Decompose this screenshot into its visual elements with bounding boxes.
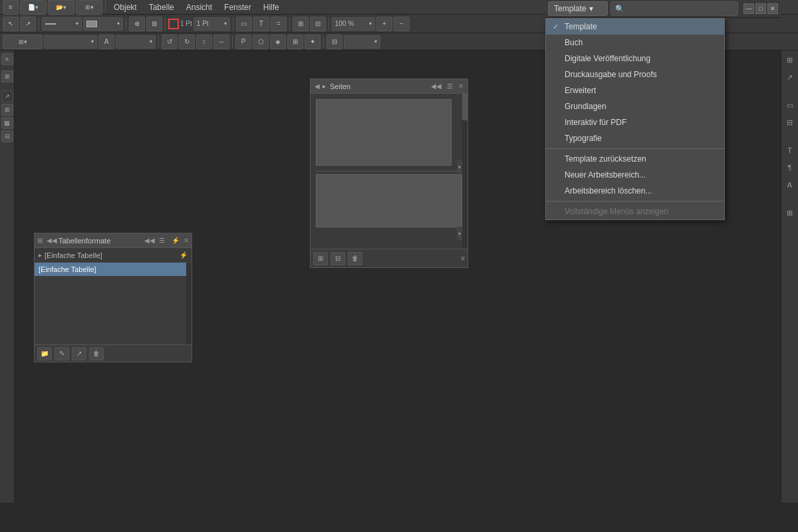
maximize-btn[interactable]: □ <box>755 3 766 14</box>
scroll-arrow-down-2[interactable]: ▾ <box>457 227 462 240</box>
stroke-size-dropdown[interactable]: 1 Pt ▾ <box>194 17 230 31</box>
path-btn-2[interactable]: ⬡ <box>253 35 269 49</box>
panel-seiten-menu[interactable]: ☰ <box>447 82 453 90</box>
path-btn-1[interactable]: P <box>235 35 251 49</box>
dropdown-item-digital[interactable]: Digitale Veröffentlichung <box>546 51 724 66</box>
layout-btn[interactable]: ⊞▾ <box>76 0 102 15</box>
dropdown-separator-1 <box>546 148 724 149</box>
tabellen-footer-folder[interactable]: 📁 <box>37 347 52 360</box>
app-menu-btn[interactable]: ≡ <box>3 0 19 15</box>
right-btn-color[interactable]: ⊟ <box>783 116 797 129</box>
arrange-btn[interactable]: ⊟ <box>327 35 342 49</box>
stroke-dropdown[interactable]: ▾ <box>42 17 82 31</box>
dropdown-item-typografie[interactable]: Typografie <box>546 130 724 146</box>
tabellen-footer-new[interactable]: ↗ <box>72 347 86 360</box>
flip-h[interactable]: ↔ <box>213 35 229 49</box>
dropdown-item-delete[interactable]: Arbeitsbereich löschen... <box>546 183 724 199</box>
dropdown-item-label: Template <box>565 22 597 31</box>
tool-select[interactable]: ↖ <box>3 17 19 31</box>
workspace-dropdown-menu: ✓ Template Buch Digitale Veröffentlichun… <box>545 18 725 220</box>
dropdown-item-interaktiv[interactable]: Interaktiv für PDF <box>546 114 724 130</box>
tool-table[interactable]: ▦ <box>1 117 13 129</box>
frame-btn[interactable]: ▭ <box>236 17 252 31</box>
tool-grid[interactable]: ⊞ <box>1 104 13 116</box>
zoom-in-btn[interactable]: + <box>376 17 392 31</box>
right-btn-stroke[interactable]: ▭ <box>783 98 797 112</box>
tool-link[interactable]: ↗ <box>1 90 13 102</box>
separator-1 <box>105 1 106 13</box>
tool-direct[interactable]: ↗ <box>20 17 36 31</box>
panel-seiten-collapse[interactable]: ◀◀ <box>431 82 442 90</box>
dropdown-item-reset[interactable]: Template zurücksetzen <box>546 151 724 167</box>
sep-2 <box>39 18 39 30</box>
panel-seiten-footer: ⊞ ⊟ 🗑 ≡ <box>311 249 467 267</box>
tool-format[interactable]: ⊟ <box>1 130 13 142</box>
style-dropdown[interactable]: ▾ <box>344 35 380 49</box>
size-dropdown[interactable]: ▾ <box>116 35 156 49</box>
formula-btn[interactable]: = <box>271 17 287 31</box>
open-btn[interactable]: 📂▾ <box>48 0 74 15</box>
right-btn-para[interactable]: ¶ <box>783 161 797 174</box>
scroll-arrow-down[interactable]: ▾ <box>457 160 462 174</box>
flip-v[interactable]: ↕ <box>196 35 212 49</box>
text-btn[interactable]: T <box>253 17 269 31</box>
stroke-color[interactable] <box>168 19 179 29</box>
row-btn-1[interactable]: ⊞▾ <box>3 35 43 49</box>
workspace-search[interactable]: 🔍 <box>610 1 738 16</box>
panel-seiten-close[interactable]: ✕ <box>458 82 464 90</box>
footer-btn-create[interactable]: ⊞ <box>313 252 328 265</box>
dropdown-item-erweitert[interactable]: Erweitert <box>546 82 724 98</box>
tabellen-filter-right: ⚡ <box>180 251 188 259</box>
menu-fenster[interactable]: Fenster <box>219 1 257 13</box>
menu-hilfe[interactable]: Hilfe <box>258 1 285 13</box>
panel-seiten-drag[interactable]: ◀ <box>315 82 320 90</box>
minimize-btn[interactable]: — <box>743 3 754 14</box>
tabellen-filter-label: [Einfache Tabelle] <box>45 251 102 259</box>
font-dropdown[interactable]: ▾ <box>44 35 97 49</box>
tabellen-footer-edit[interactable]: ✎ <box>55 347 69 360</box>
new-btn[interactable]: 📄▾ <box>20 0 47 15</box>
tabellen-btn-menu[interactable]: ☰ <box>158 237 166 244</box>
tabellen-expand-icon[interactable]: ⊞ <box>37 237 43 244</box>
dropdown-item-grundlagen[interactable]: Grundlagen <box>546 98 724 114</box>
menu-objekt[interactable]: Objekt <box>108 1 142 13</box>
right-btn-text[interactable]: T <box>783 144 797 157</box>
right-btn-char[interactable]: A <box>783 178 797 192</box>
zoom-out-btn[interactable]: − <box>394 17 410 31</box>
tabellen-footer-trash[interactable]: 🗑 <box>89 347 104 360</box>
menu-ansicht[interactable]: Ansicht <box>181 1 217 13</box>
tabellen-close[interactable]: ✕ <box>184 237 189 244</box>
zoom-dropdown[interactable]: 100 % ▾ <box>332 17 375 31</box>
dropdown-item-druck[interactable]: Druckausgabe und Proofs <box>546 66 724 82</box>
fill-dropdown[interactable]: ▾ <box>83 17 123 31</box>
tabellen-item-0[interactable]: [Einfache Tabelle] <box>35 263 192 276</box>
table-btn[interactable]: ⊞ <box>293 17 309 31</box>
tabellen-btn-expand[interactable]: ◀◀ <box>143 237 156 244</box>
row-btn-2[interactable]: A <box>98 35 114 49</box>
footer-btn-trash[interactable]: 🗑 <box>348 252 362 265</box>
right-btn-links[interactable]: ↗ <box>783 70 797 84</box>
align-btn[interactable]: ⊞ <box>146 17 162 31</box>
tabellen-lightning[interactable]: ⚡ <box>172 237 180 244</box>
transform-btn[interactable]: ⊕ <box>129 17 145 31</box>
tabellen-scrollbar[interactable] <box>186 263 192 344</box>
path-btn-3[interactable]: ◈ <box>270 35 286 49</box>
dropdown-item-new[interactable]: Neuer Arbeitsbereich... <box>546 167 724 183</box>
workspace-dropdown-btn[interactable]: Template ▾ <box>548 1 608 16</box>
path-btn-4[interactable]: ⊞ <box>287 35 303 49</box>
right-btn-align[interactable]: ⊞ <box>783 206 797 219</box>
close-btn[interactable]: ✕ <box>767 3 778 14</box>
right-btn-layers[interactable]: ⊞ <box>783 53 797 66</box>
dropdown-item-template[interactable]: ✓ Template <box>546 19 724 35</box>
rot-btn-1[interactable]: ↺ <box>162 35 178 49</box>
panel-seiten-scrollbar[interactable] <box>462 94 467 249</box>
menu-tabelle[interactable]: Tabelle <box>144 1 180 13</box>
tool-2[interactable]: ⊞ <box>1 70 13 82</box>
dropdown-item-buch[interactable]: Buch <box>546 35 724 51</box>
table2-btn[interactable]: ⊟ <box>310 17 326 31</box>
tool-1[interactable]: ≡ <box>1 53 13 65</box>
footer-btn-master[interactable]: ⊟ <box>331 252 345 265</box>
path-btn-5[interactable]: ✦ <box>305 35 321 49</box>
tabellen-expand-icon-2[interactable]: ◀◀ <box>47 237 57 244</box>
rot-btn-2[interactable]: ↻ <box>179 35 195 49</box>
